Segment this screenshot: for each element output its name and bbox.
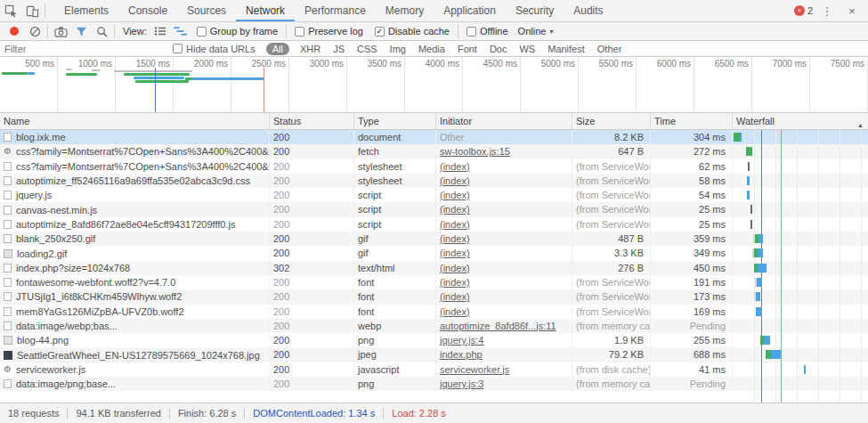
tab-security[interactable]: Security [506, 0, 564, 21]
cell-initiator[interactable]: jquery.js:3 [436, 377, 572, 391]
table-row[interactable]: mem8YaGs126MiZpBA-UFVZ0b.woff2200font(in… [0, 305, 868, 319]
timeline-overview[interactable]: 500 ms1000 ms1500 ms2000 ms2500 ms3000 m… [0, 57, 868, 112]
cell-initiator[interactable]: (index) [436, 202, 572, 216]
cell-initiator[interactable]: (index) [436, 289, 572, 304]
cell-name: mem8YaGs126MiZpBA-UFVZ0b.woff2 [0, 305, 270, 319]
table-row[interactable]: canvas-nest.min.js200script(index)(from … [0, 202, 868, 216]
ruler-label: 3000 ms [289, 57, 347, 112]
cell-type: font [354, 275, 436, 289]
table-row[interactable]: autoptimize_8afd86f72ae8e04e5cff94317209… [0, 217, 868, 232]
cell-initiator[interactable]: (index) [436, 275, 572, 289]
table-row[interactable]: data:image/png;base...200pngjquery.js:3(… [0, 377, 868, 391]
cell-initiator[interactable]: (index) [436, 261, 572, 275]
filter-pill-css[interactable]: CSS [355, 43, 379, 55]
filter-pill-ws[interactable]: WS [517, 43, 537, 55]
cell-initiator[interactable]: (index) [436, 217, 572, 232]
column-header-type[interactable]: Type [354, 113, 436, 129]
table-row[interactable]: fontawesome-webfont.woff2?v=4.7.0200font… [0, 275, 868, 289]
filter-pill-font[interactable]: Font [456, 43, 479, 55]
table-row[interactable]: blog.ixk.me200documentOther8.2 KB304 ms [0, 130, 868, 144]
table-row[interactable]: blank_250x250.gif200gif(index)487 B359 m… [0, 232, 868, 246]
table-row[interactable]: blog-44.png200pngjquery.js:41.9 KB255 ms [0, 333, 868, 347]
column-header-waterfall[interactable]: Waterfall▲ [733, 113, 868, 129]
main-toolbar: ElementsConsoleSourcesNetworkPerformance… [0, 0, 868, 22]
close-icon[interactable]: × [841, 1, 863, 20]
tab-network[interactable]: Network [236, 0, 295, 21]
column-header-size[interactable]: Size [572, 113, 651, 129]
cell-waterfall [733, 347, 868, 362]
search-icon[interactable] [92, 23, 111, 40]
preserve-log-checkbox[interactable]: Preserve log [295, 26, 363, 37]
cell-initiator[interactable]: jquery.js:4 [436, 333, 572, 347]
column-header-status[interactable]: Status [270, 113, 354, 129]
screenshot-icon[interactable] [51, 23, 70, 40]
view-overview-icon[interactable] [171, 23, 191, 40]
table-row[interactable]: autoptimize_ff52465116a9a69ffa535e02abca… [0, 174, 868, 188]
divider [114, 24, 115, 38]
table-row[interactable]: css?family=Montserrat%7COpen+Sans%3A400%… [0, 159, 868, 174]
column-header-initiator[interactable]: Initiator [436, 113, 572, 129]
cell-initiator[interactable]: sw-toolbox.js:15 [436, 144, 572, 159]
cell-initiator[interactable]: serviceworker.js [436, 362, 572, 377]
column-header-name[interactable]: Name [0, 113, 270, 129]
cell-initiator[interactable]: (index) [436, 174, 572, 188]
tab-application[interactable]: Application [434, 0, 506, 21]
disable-cache-checkbox[interactable]: ✓ Disable cache [375, 26, 450, 37]
tab-console[interactable]: Console [118, 0, 177, 21]
filter-pill-other[interactable]: Other [596, 43, 624, 55]
cell-initiator[interactable]: autoptimize_8afd86f...js:11 [436, 319, 572, 333]
cell-size: (from ServiceWork... [572, 275, 651, 289]
filter-input[interactable] [4, 44, 151, 54]
waterfall-bar-blue [757, 278, 762, 287]
group-by-frame-checkbox[interactable]: Group by frame [197, 26, 278, 37]
tab-sources[interactable]: Sources [177, 0, 236, 21]
error-count-badge[interactable]: × 2 [794, 5, 813, 16]
table-row[interactable]: JTUSjIg1_i6t8kCHKm459Wlhyw.woff2200font(… [0, 289, 868, 304]
column-header-time[interactable]: Time [651, 113, 733, 129]
table-row[interactable]: loading2.gif200gif(index)3.3 KB349 ms [0, 246, 868, 260]
filter-pill-all[interactable]: All [266, 43, 289, 55]
table-row[interactable]: index.php?size=1024x768302text/html(inde… [0, 261, 868, 275]
table-row[interactable]: jquery.js200script(index)(from ServiceWo… [0, 188, 868, 202]
cell-size: (from ServiceWork... [572, 202, 651, 216]
document-icon [4, 220, 12, 229]
filter-pill-xhr[interactable]: XHR [298, 43, 322, 55]
column-header-label: Type [358, 116, 379, 126]
device-toolbar-icon[interactable] [21, 1, 43, 20]
offline-checkbox[interactable]: Offline [466, 26, 508, 37]
filter-pill-img[interactable]: Img [388, 43, 408, 55]
cell-initiator[interactable]: (index) [436, 232, 572, 246]
document-icon [4, 191, 12, 199]
filter-pill-media[interactable]: Media [417, 43, 447, 55]
clear-icon[interactable] [25, 23, 45, 40]
tab-memory[interactable]: Memory [376, 0, 434, 21]
request-name: blog.ixk.me [16, 130, 66, 144]
tab-performance[interactable]: Performance [295, 0, 376, 21]
waterfall-bar-dark [748, 162, 750, 171]
tab-audits[interactable]: Audits [564, 0, 612, 21]
record-icon[interactable] [4, 23, 24, 40]
tab-elements[interactable]: Elements [54, 0, 118, 21]
filter-pill-manifest[interactable]: Manifest [546, 43, 587, 55]
view-list-icon[interactable] [150, 23, 170, 40]
cell-status: 200 [270, 333, 354, 347]
cell-status: 302 [270, 261, 354, 275]
table-row[interactable]: ⚙serviceworker.js200javascriptservicewor… [0, 362, 868, 377]
inspect-element-icon[interactable] [0, 1, 21, 20]
filter-pill-js[interactable]: JS [331, 43, 346, 55]
cell-initiator[interactable]: (index) [436, 305, 572, 319]
cell-type: javascript [354, 362, 436, 377]
cell-initiator[interactable]: (index) [436, 188, 572, 202]
cell-initiator[interactable]: index.php [436, 347, 572, 362]
table-row[interactable]: SeattleGreatWheel_EN-US12789575669_1024x… [0, 347, 868, 362]
filter-pill-doc[interactable]: Doc [488, 43, 509, 55]
more-options-icon[interactable]: ⋮ [816, 1, 838, 20]
cell-initiator[interactable]: (index) [436, 159, 572, 174]
cell-initiator[interactable]: (index) [436, 246, 572, 260]
throttling-dropdown[interactable]: Online ▾ [518, 26, 554, 37]
table-row[interactable]: data:image/webp;bas...200webpautoptimize… [0, 319, 868, 333]
cell-waterfall [733, 188, 868, 202]
table-row[interactable]: ⚙css?family=Montserrat%7COpen+Sans%3A400… [0, 144, 868, 159]
hide-data-urls-checkbox[interactable]: Hide data URLs [173, 44, 256, 54]
filter-icon[interactable] [71, 23, 91, 40]
